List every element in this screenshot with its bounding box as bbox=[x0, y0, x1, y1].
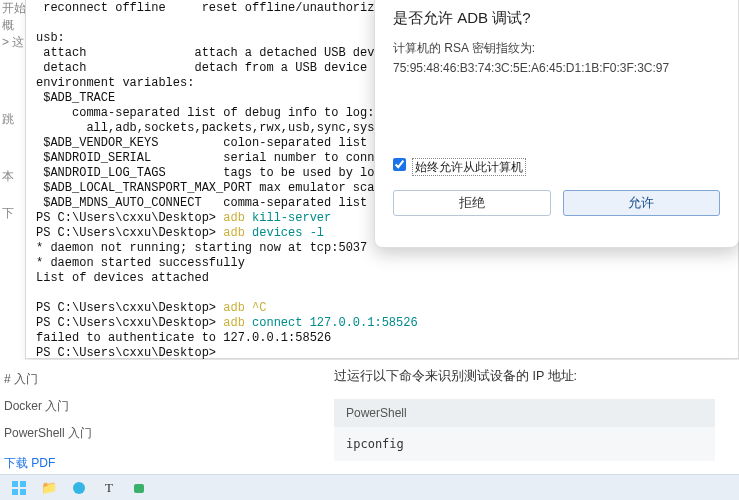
doc-sidebar: # 入门 Docker 入门 PowerShell 入门 下载 PDF bbox=[0, 360, 310, 480]
explorer-icon[interactable]: 📁 bbox=[36, 478, 62, 498]
nav-item-powershell[interactable]: PowerShell 入门 bbox=[0, 420, 310, 447]
windows-taskbar[interactable]: 📁 T bbox=[0, 474, 739, 500]
svg-rect-2 bbox=[12, 489, 18, 495]
nav-item-docker[interactable]: Docker 入门 bbox=[0, 393, 310, 420]
adb-debug-dialog: 是否允许 ADB 调试? 计算机的 RSA 密钥指纹为: 75:95:48:46… bbox=[374, 0, 739, 248]
svg-rect-3 bbox=[20, 489, 26, 495]
rsa-fingerprint: 75:95:48:46:B3:74:3C:5E:A6:45:D1:1B:F0:3… bbox=[393, 61, 720, 75]
start-icon[interactable] bbox=[6, 478, 32, 498]
allow-button[interactable]: 允许 bbox=[563, 190, 721, 216]
page-sidebar-fragment: 开始 概 > 这 跳 本 下 bbox=[0, 0, 25, 360]
always-allow-checkbox[interactable] bbox=[393, 158, 406, 171]
svg-rect-0 bbox=[12, 481, 18, 487]
doc-content: 过运行以下命令来识别测试设备的 IP 地址: PowerShell ipconf… bbox=[310, 360, 739, 480]
code-block-body: ipconfig bbox=[334, 427, 715, 461]
dialog-title: 是否允许 ADB 调试? bbox=[393, 9, 720, 28]
always-allow-label[interactable]: 始终允许从此计算机 bbox=[412, 158, 526, 176]
text-app-icon[interactable]: T bbox=[96, 478, 122, 498]
svg-rect-1 bbox=[20, 481, 26, 487]
nav-item-intro[interactable]: # 入门 bbox=[0, 366, 310, 393]
dialog-subtitle: 计算机的 RSA 密钥指纹为: bbox=[393, 40, 720, 57]
edge-icon[interactable] bbox=[66, 478, 92, 498]
deny-button[interactable]: 拒绝 bbox=[393, 190, 551, 216]
svg-rect-5 bbox=[134, 484, 144, 493]
svg-point-4 bbox=[73, 482, 85, 494]
code-block-header: PowerShell bbox=[334, 399, 715, 427]
doc-paragraph: 过运行以下命令来识别测试设备的 IP 地址: bbox=[334, 368, 715, 385]
android-icon[interactable] bbox=[126, 478, 152, 498]
